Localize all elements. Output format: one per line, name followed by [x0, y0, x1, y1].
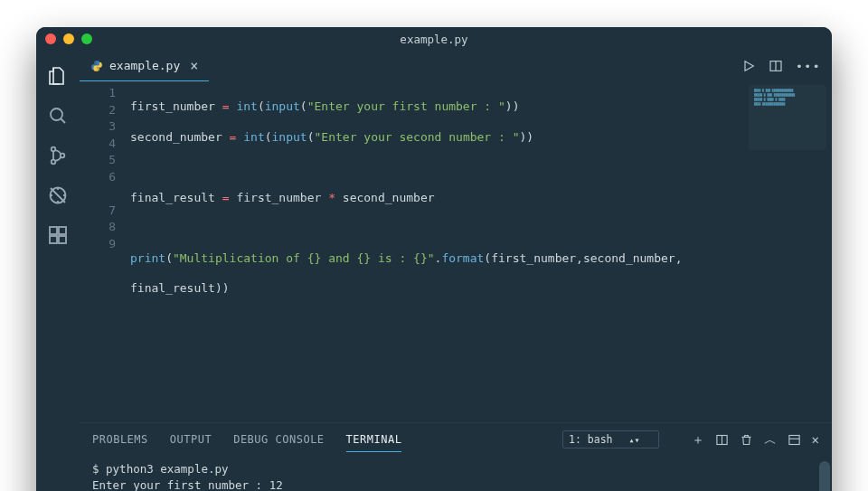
panel-tab-terminal[interactable]: TERMINAL — [346, 428, 402, 452]
extensions-icon[interactable] — [36, 215, 80, 255]
tab-label: example.py — [109, 59, 180, 72]
close-tab-icon[interactable]: × — [190, 58, 198, 74]
split-terminal-icon[interactable] — [715, 433, 729, 447]
window-title: example.py — [36, 33, 832, 46]
editor-actions: ••• — [741, 51, 832, 81]
terminal-selector-label: 1: bash — [569, 433, 612, 446]
minimap[interactable]: ████ █ ███ █████████████ █████ █ ███ ███… — [749, 85, 826, 150]
titlebar: example.py — [36, 27, 832, 51]
chevron-updown-icon: ▴▾ — [629, 435, 640, 445]
trash-icon[interactable] — [740, 433, 753, 447]
chevron-up-icon[interactable]: ︿ — [764, 433, 777, 446]
activity-bar — [36, 51, 80, 491]
terminal[interactable]: $ python3 example.py Enter your first nu… — [80, 456, 832, 491]
svg-rect-12 — [788, 435, 798, 444]
svg-point-2 — [52, 160, 56, 165]
svg-rect-6 — [59, 227, 66, 234]
svg-rect-5 — [50, 227, 57, 234]
run-icon[interactable] — [741, 59, 756, 73]
svg-rect-7 — [50, 236, 57, 243]
svg-rect-8 — [59, 236, 66, 243]
line-numbers: 123456789 — [80, 85, 130, 415]
panel-tab-problems[interactable]: PROBLEMS — [92, 428, 148, 451]
editor-group: example.py × ••• 123456789 first_number … — [80, 51, 832, 491]
terminal-scrollbar[interactable] — [819, 461, 830, 491]
tab-example-py[interactable]: example.py × — [80, 51, 209, 81]
panel-tab-debug[interactable]: DEBUG CONSOLE — [233, 428, 324, 451]
terminal-actions: ＋ ︿ ✕ — [692, 433, 819, 447]
panel-tabs: PROBLEMS OUTPUT DEBUG CONSOLE TERMINAL 1… — [80, 423, 832, 456]
search-icon[interactable] — [36, 96, 80, 136]
explorer-icon[interactable] — [36, 56, 80, 96]
terminal-line: $ python3 example.py — [92, 461, 819, 477]
source-control-icon[interactable] — [36, 136, 80, 175]
vscode-window: example.py — [36, 27, 832, 491]
editor-tabs: example.py × ••• — [80, 51, 832, 81]
close-panel-icon[interactable]: ✕ — [812, 433, 819, 446]
bottom-panel: PROBLEMS OUTPUT DEBUG CONSOLE TERMINAL 1… — [80, 422, 832, 491]
svg-point-0 — [51, 109, 62, 120]
more-actions-icon[interactable]: ••• — [796, 60, 821, 73]
split-editor-icon[interactable] — [769, 59, 783, 73]
terminal-line: Enter your first number : 12 — [92, 477, 819, 491]
svg-point-1 — [52, 147, 56, 152]
debug-icon[interactable] — [36, 175, 80, 215]
code-editor[interactable]: 123456789 first_number = int(input("Ente… — [80, 81, 832, 422]
terminal-selector[interactable]: 1: bash ▴▾ — [562, 430, 659, 449]
maximize-panel-icon[interactable] — [788, 433, 801, 447]
code-content: first_number = int(input("Enter your fir… — [130, 85, 832, 415]
panel-tab-output[interactable]: OUTPUT — [170, 428, 212, 451]
new-terminal-icon[interactable]: ＋ — [692, 433, 704, 446]
python-file-icon — [90, 60, 103, 72]
